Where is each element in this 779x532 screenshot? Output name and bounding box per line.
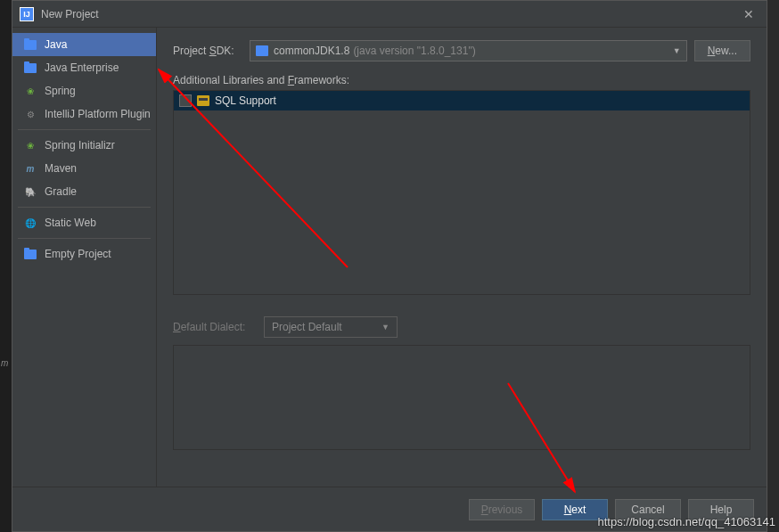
library-item-sql-support[interactable]: SQL Support [174, 91, 750, 110]
app-icon: IJ [20, 7, 34, 21]
sidebar-item-label: IntelliJ Platform Plugin [45, 108, 151, 120]
sidebar-item-java-enterprise[interactable]: Java Enterprise [12, 56, 156, 79]
globe-icon: 🌐 [23, 217, 37, 229]
chevron-down-icon: ▼ [673, 46, 681, 55]
folder-gear-icon [23, 61, 37, 74]
content-panel: Project SDK: commonJDK1.8 (java version … [157, 28, 767, 487]
sidebar-item-label: Spring Initializr [45, 139, 115, 151]
details-panel [173, 345, 750, 450]
sidebar-item-label: Static Web [45, 217, 96, 229]
sidebar-separator [18, 238, 151, 239]
sidebar-item-label: Maven [45, 162, 77, 175]
maven-icon: m [23, 162, 37, 175]
project-type-sidebar: Java Java Enterprise ❀ Spring ⚙ IntelliJ… [12, 28, 157, 487]
dialect-label: Default Dialect: [173, 321, 250, 333]
sidebar-item-static-web[interactable]: 🌐 Static Web [12, 211, 156, 234]
sidebar-item-label: Java [45, 38, 67, 51]
dialog-title: New Project [41, 8, 738, 20]
sidebar-separator [18, 129, 151, 130]
new-project-dialog: IJ New Project ✕ Java Java Enterprise ❀ … [12, 0, 767, 532]
folder-icon [23, 38, 37, 51]
dialect-value: Project Default [272, 321, 381, 333]
library-label: SQL Support [215, 94, 276, 107]
libs-label: Additional Libraries and Frameworks: [173, 74, 750, 86]
sdk-label: Project SDK: [173, 45, 250, 57]
sidebar-item-intellij-plugin[interactable]: ⚙ IntelliJ Platform Plugin [12, 102, 156, 126]
leaf-icon: ❀ [23, 139, 37, 151]
sidebar-item-label: Gradle [45, 185, 77, 198]
leaf-icon: ❀ [23, 85, 37, 97]
sidebar-item-gradle[interactable]: 🐘 Gradle [12, 180, 156, 203]
new-sdk-button[interactable]: New... [694, 40, 750, 61]
sidebar-item-maven[interactable]: m Maven [12, 157, 156, 180]
sidebar-item-empty-project[interactable]: Empty Project [12, 242, 156, 266]
previous-button[interactable]: Previous [469, 499, 535, 520]
sidebar-item-label: Java Enterprise [45, 61, 119, 74]
sdk-combobox[interactable]: commonJDK1.8 (java version "1.8.0_131") … [250, 40, 687, 61]
sidebar-item-spring[interactable]: ❀ Spring [12, 79, 156, 102]
sidebar-item-label: Spring [45, 85, 76, 97]
elephant-icon: 🐘 [23, 185, 37, 198]
close-icon[interactable]: ✕ [738, 5, 759, 23]
libraries-list: SQL Support [173, 90, 750, 295]
checkbox[interactable] [179, 94, 192, 107]
sdk-version: (java version "1.8.0_131") [353, 45, 475, 57]
watermark: https://blog.csdn.net/qq_41063141 [598, 515, 776, 528]
chevron-down-icon: ▼ [381, 323, 390, 331]
folder-icon [256, 45, 268, 56]
sdk-name: commonJDK1.8 [274, 45, 349, 57]
sidebar-item-java[interactable]: Java [12, 33, 156, 56]
sidebar-item-label: Empty Project [45, 248, 111, 260]
gutter-marker: m [1, 358, 8, 368]
sidebar-separator [18, 207, 151, 208]
sql-icon [197, 95, 209, 106]
folder-icon [23, 248, 37, 260]
gear-icon: ⚙ [23, 108, 37, 120]
titlebar: IJ New Project ✕ [12, 1, 767, 28]
sidebar-item-spring-initializr[interactable]: ❀ Spring Initializr [12, 134, 156, 157]
dialect-combobox[interactable]: Project Default ▼ [264, 316, 398, 338]
